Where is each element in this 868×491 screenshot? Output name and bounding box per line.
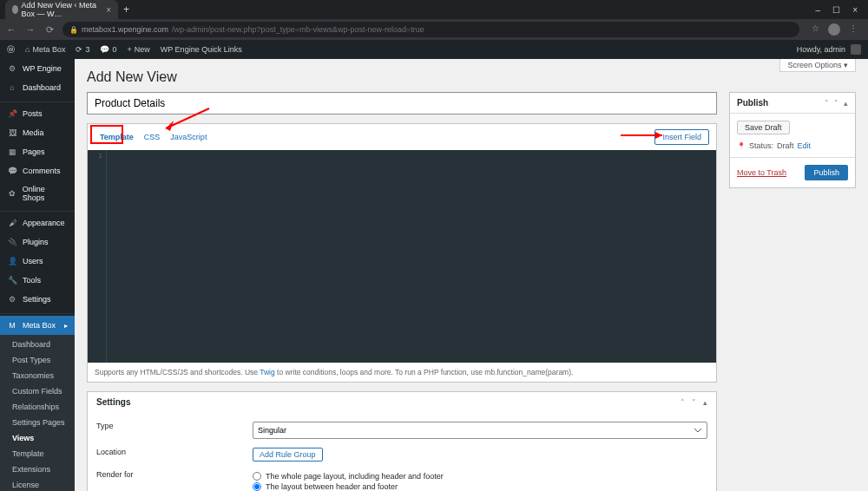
type-label: Type [96, 422, 253, 430]
adminbar-site[interactable]: ⌂ Meta Box [25, 45, 65, 54]
sidebar-subitem[interactable]: Custom Fields [0, 383, 75, 399]
status-label: Status: [749, 141, 773, 150]
publish-heading: Publish [737, 98, 768, 108]
publish-button[interactable]: Publish [805, 165, 848, 180]
sidebar-subitem[interactable]: Relationships [0, 399, 75, 415]
url-host: metabox1.wpengine.com [82, 25, 168, 34]
render-option[interactable]: The whole page layout, including header … [253, 472, 707, 481]
editor-tabs: Template CSS JavaScript Insert Field [88, 124, 716, 150]
tab-css[interactable]: CSS [139, 129, 166, 145]
sidebar-item-label: Pages [23, 147, 45, 156]
adminbar-quick-links[interactable]: WP Engine Quick Links [161, 45, 242, 54]
editor-support-note: Supports any HTML/CSS/JS and shortcodes.… [88, 363, 716, 382]
url-path: /wp-admin/post-new.php?post_type=mb-view… [172, 25, 424, 34]
adminbar-avatar-icon[interactable] [851, 44, 861, 55]
nav-reload-icon[interactable]: ⟳ [43, 24, 56, 36]
type-select[interactable]: Singular [253, 422, 707, 439]
chevron-down-icon[interactable]: ˅ [692, 398, 696, 407]
sidebar-subitem[interactable]: License [0, 477, 75, 491]
editor-postbox: Template CSS JavaScript Insert Field [87, 123, 717, 383]
sidebar-item[interactable]: 🔧Tools [0, 271, 75, 290]
post-title-input[interactable] [87, 92, 717, 115]
pin-icon: 📍 [737, 142, 746, 150]
browser-tab-active[interactable]: Add New View ‹ Meta Box — W… × [5, 0, 118, 19]
content-area: Screen Options ▾ Add New View Template C… [75, 59, 868, 491]
sidebar-item-label: Posts [23, 109, 43, 118]
sidebar-item[interactable]: ✿Online Shops [0, 180, 75, 206]
window-close-icon[interactable]: × [852, 5, 858, 15]
render-radio[interactable] [253, 472, 261, 481]
add-rule-group-button[interactable]: Add Rule Group [253, 448, 323, 462]
chevron-up-icon[interactable]: ˄ [681, 398, 685, 407]
menu-icon: 👤 [7, 256, 17, 266]
sidebar-item-label: Online Shops [23, 185, 68, 202]
code-editor[interactable]: 1 [88, 150, 716, 363]
sidebar-item[interactable]: ⌂Dashboard [0, 78, 75, 97]
wp-logo-icon[interactable]: ⓦ [7, 44, 15, 56]
wp-admin-bar: ⓦ ⌂ Meta Box ⟳ 3 💬 0 + New WP Engine Qui… [0, 40, 868, 59]
menu-icon: 🖼 [7, 128, 17, 138]
sidebar-subitem[interactable]: Views [0, 430, 75, 446]
new-tab-button[interactable]: + [123, 3, 129, 16]
settings-heading: Settings [96, 397, 130, 407]
sidebar-item[interactable]: ⚙WP Engine [0, 59, 75, 78]
sidebar-item[interactable]: 🔌Plugins [0, 232, 75, 252]
sidebar-item[interactable]: 👤Users [0, 252, 75, 271]
sidebar-item-label: WP Engine [23, 64, 62, 73]
render-label: Render for [96, 470, 253, 479]
adminbar-comments[interactable]: 💬 0 [100, 45, 116, 54]
sidebar-item-label: Media [23, 128, 44, 137]
sidebar-item[interactable]: 🖼Media [0, 123, 75, 142]
nav-forward-icon[interactable]: → [24, 24, 36, 35]
chevron-up-icon[interactable]: ˄ [825, 99, 829, 108]
sidebar-item[interactable]: 📌Posts [0, 104, 75, 123]
lock-icon: 🔒 [69, 26, 78, 34]
browser-menu-icon[interactable]: ⋮ [849, 23, 858, 36]
sidebar-item[interactable]: ▦Pages [0, 142, 75, 161]
profile-avatar-icon[interactable] [828, 23, 840, 36]
save-draft-button[interactable]: Save Draft [737, 121, 790, 134]
screen-options-toggle[interactable]: Screen Options ▾ [779, 59, 856, 72]
tab-title: Add New View ‹ Meta Box — W… [22, 1, 100, 18]
sidebar-subitem[interactable]: Settings Pages [0, 415, 75, 430]
menu-icon: 💬 [7, 166, 17, 176]
browser-address-bar: ← → ⟳ 🔒 metabox1.wpengine.com/wp-admin/p… [0, 19, 868, 40]
location-label: Location [96, 448, 253, 456]
sidebar-item[interactable]: ⚙Settings [0, 290, 75, 309]
collapse-toggle-icon[interactable]: ▴ [844, 99, 848, 108]
insert-field-button[interactable]: Insert Field [654, 129, 709, 145]
page-heading: Add New View [87, 69, 856, 85]
metabox-icon: M [7, 320, 17, 331]
menu-icon: 🔧 [7, 275, 17, 285]
adminbar-howdy[interactable]: Howdy, admin [797, 45, 845, 54]
sidebar-subitem[interactable]: Post Types [0, 352, 75, 368]
sidebar-subitem[interactable]: Taxonomies [0, 368, 75, 383]
render-radio[interactable] [253, 482, 261, 491]
status-edit-link[interactable]: Edit [798, 141, 812, 150]
render-option[interactable]: The layout between header and footer [253, 482, 707, 491]
sidebar-subitem[interactable]: Extensions [0, 462, 75, 477]
url-bar[interactable]: 🔒 metabox1.wpengine.com/wp-admin/post-ne… [62, 22, 799, 37]
window-maximize-icon[interactable]: ☐ [832, 5, 840, 15]
close-icon[interactable]: × [106, 5, 111, 15]
menu-icon: 📌 [7, 108, 17, 119]
move-to-trash-link[interactable]: Move to Trash [737, 168, 786, 177]
collapse-toggle-icon[interactable]: ▴ [703, 398, 707, 407]
sidebar-item[interactable]: 🖌Appearance [0, 213, 75, 232]
tab-template[interactable]: Template [95, 129, 139, 145]
adminbar-new[interactable]: + New [128, 45, 150, 54]
tab-javascript[interactable]: JavaScript [165, 129, 212, 145]
window-minimize-icon[interactable]: – [816, 5, 821, 15]
browser-tab-strip: Add New View ‹ Meta Box — W… × + – ☐ × [0, 0, 868, 19]
sidebar-subitem[interactable]: Template [0, 446, 75, 462]
menu-icon: 🖌 [7, 218, 17, 228]
adminbar-updates[interactable]: ⟳ 3 [76, 45, 89, 54]
chevron-down-icon[interactable]: ˅ [834, 99, 838, 108]
nav-back-icon[interactable]: ← [5, 24, 17, 35]
sidebar-item-metabox[interactable]: M Meta Box ▸ [0, 316, 75, 335]
sidebar-item[interactable]: 💬Comments [0, 161, 75, 180]
twig-doc-link[interactable]: Twig [260, 368, 274, 376]
sidebar-subitem[interactable]: Dashboard [0, 337, 75, 352]
bookmark-icon[interactable]: ☆ [812, 23, 819, 36]
menu-icon: ⌂ [7, 82, 17, 93]
